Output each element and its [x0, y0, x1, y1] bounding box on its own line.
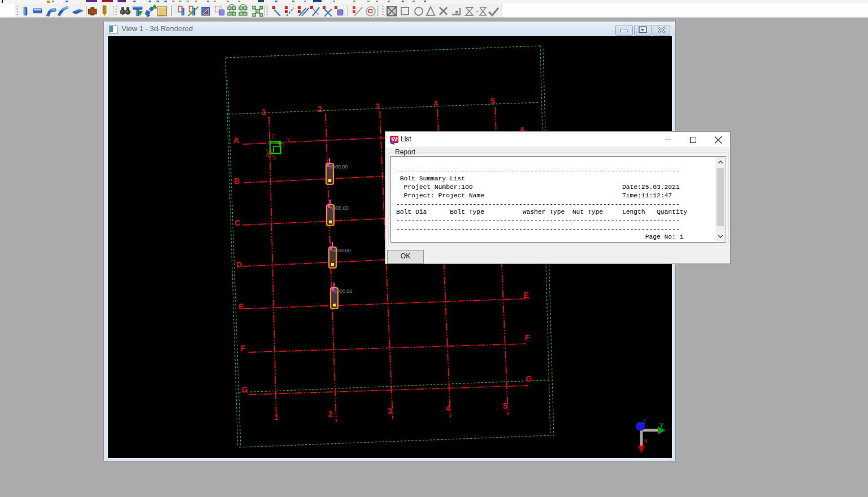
svg-text:D: D	[236, 260, 242, 269]
svg-text:Y: Y	[659, 422, 664, 429]
svg-text:3: 3	[388, 407, 392, 416]
svg-text:Z: Z	[643, 418, 646, 425]
svg-text:G: G	[242, 385, 248, 394]
svg-text:E: E	[523, 291, 528, 300]
svg-text:F: F	[525, 333, 530, 342]
svg-text:2: 2	[328, 409, 333, 418]
svg-text:5: 5	[503, 401, 507, 410]
svg-text:6000.00: 6000.00	[332, 248, 351, 253]
svg-text:5: 5	[491, 97, 495, 106]
svg-text:4: 4	[446, 404, 450, 413]
svg-text:B: B	[234, 176, 240, 185]
svg-text:6000.00: 6000.00	[329, 164, 348, 170]
svg-text:6000.00: 6000.00	[330, 205, 349, 211]
svg-text:Z: Z	[271, 133, 275, 140]
svg-text:1: 1	[262, 107, 266, 116]
svg-text:Y: Y	[287, 137, 290, 144]
svg-text:G: G	[526, 374, 532, 383]
svg-text:1: 1	[274, 413, 279, 422]
svg-text:X: X	[644, 438, 648, 444]
svg-text:6000.00: 6000.00	[334, 288, 353, 294]
svg-text:F: F	[241, 344, 246, 353]
svg-text:E: E	[238, 302, 244, 311]
svg-text:A: A	[233, 136, 239, 145]
svg-text:C: C	[235, 218, 240, 227]
svg-text:2: 2	[318, 105, 322, 114]
svg-text:4: 4	[433, 99, 438, 108]
svg-text:3: 3	[375, 102, 380, 111]
svg-text:X: X	[272, 155, 276, 161]
